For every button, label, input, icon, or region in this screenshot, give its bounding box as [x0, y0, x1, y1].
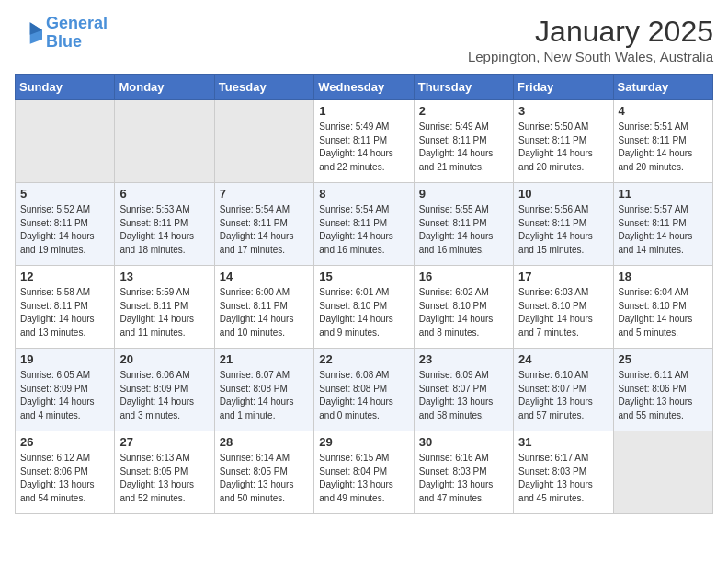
calendar-cell: 5Sunrise: 5:52 AM Sunset: 8:11 PM Daylig…: [16, 183, 115, 266]
calendar-cell: [613, 431, 712, 514]
day-number: 20: [119, 352, 209, 366]
day-info: Sunrise: 6:01 AM Sunset: 8:10 PM Dayligh…: [319, 286, 408, 339]
day-info: Sunrise: 5:54 AM Sunset: 8:11 PM Dayligh…: [220, 203, 309, 257]
calendar-cell: 14Sunrise: 6:00 AM Sunset: 8:11 PM Dayli…: [214, 266, 313, 349]
logo-icon: [15, 19, 42, 47]
day-info: Sunrise: 6:16 AM Sunset: 8:03 PM Dayligh…: [419, 452, 508, 505]
title-block: January 2025 Leppington, New South Wales…: [468, 15, 713, 64]
day-number: 25: [619, 352, 708, 366]
calendar-cell: 1Sunrise: 5:49 AM Sunset: 8:11 PM Daylig…: [314, 100, 414, 183]
day-number: 18: [619, 270, 708, 283]
day-info: Sunrise: 5:56 AM Sunset: 8:11 PM Dayligh…: [518, 203, 608, 257]
calendar-cell: 10Sunrise: 5:56 AM Sunset: 8:11 PM Dayli…: [514, 183, 613, 266]
calendar-cell: 9Sunrise: 5:55 AM Sunset: 8:11 PM Daylig…: [414, 183, 513, 266]
day-info: Sunrise: 6:08 AM Sunset: 8:08 PM Dayligh…: [319, 369, 408, 422]
day-number: 14: [220, 270, 309, 283]
weekday-header-sunday: Sunday: [16, 75, 115, 100]
day-info: Sunrise: 6:10 AM Sunset: 8:07 PM Dayligh…: [518, 369, 608, 422]
day-info: Sunrise: 6:14 AM Sunset: 8:05 PM Dayligh…: [220, 452, 309, 505]
logo: General Blue: [15, 15, 108, 52]
calendar-cell: 30Sunrise: 6:16 AM Sunset: 8:03 PM Dayli…: [414, 431, 513, 514]
day-info: Sunrise: 6:11 AM Sunset: 8:06 PM Dayligh…: [619, 369, 708, 422]
logo-text: General Blue: [46, 15, 108, 52]
calendar-cell: 25Sunrise: 6:11 AM Sunset: 8:06 PM Dayli…: [613, 349, 712, 431]
location: Leppington, New South Wales, Australia: [468, 49, 713, 64]
day-number: 2: [419, 104, 508, 118]
day-number: 24: [518, 352, 608, 366]
day-number: 30: [419, 435, 508, 449]
day-number: 10: [518, 187, 608, 201]
calendar-cell: 18Sunrise: 6:04 AM Sunset: 8:10 PM Dayli…: [613, 266, 712, 349]
day-number: 3: [518, 104, 608, 118]
calendar-cell: 6Sunrise: 5:53 AM Sunset: 8:11 PM Daylig…: [115, 183, 214, 266]
day-info: Sunrise: 5:57 AM Sunset: 8:11 PM Dayligh…: [619, 203, 708, 257]
day-number: 31: [518, 435, 608, 449]
day-info: Sunrise: 6:07 AM Sunset: 8:08 PM Dayligh…: [220, 369, 309, 422]
month-title: January 2025: [468, 15, 713, 49]
day-number: 16: [419, 270, 508, 283]
day-info: Sunrise: 5:49 AM Sunset: 8:11 PM Dayligh…: [419, 121, 508, 174]
calendar-cell: 27Sunrise: 6:13 AM Sunset: 8:05 PM Dayli…: [115, 431, 214, 514]
calendar-cell: 26Sunrise: 6:12 AM Sunset: 8:06 PM Dayli…: [16, 431, 115, 514]
day-info: Sunrise: 5:53 AM Sunset: 8:11 PM Dayligh…: [119, 203, 209, 257]
day-number: 7: [220, 187, 309, 201]
calendar-cell: 16Sunrise: 6:02 AM Sunset: 8:10 PM Dayli…: [414, 266, 513, 349]
week-row-4: 19Sunrise: 6:05 AM Sunset: 8:09 PM Dayli…: [16, 349, 713, 431]
calendar-cell: 17Sunrise: 6:03 AM Sunset: 8:10 PM Dayli…: [514, 266, 613, 349]
calendar-cell: 4Sunrise: 5:51 AM Sunset: 8:11 PM Daylig…: [613, 100, 712, 183]
day-info: Sunrise: 5:52 AM Sunset: 8:11 PM Dayligh…: [20, 203, 109, 257]
week-row-5: 26Sunrise: 6:12 AM Sunset: 8:06 PM Dayli…: [16, 431, 713, 514]
calendar-cell: 24Sunrise: 6:10 AM Sunset: 8:07 PM Dayli…: [514, 349, 613, 431]
day-number: 4: [619, 104, 708, 118]
day-number: 5: [20, 187, 109, 201]
weekday-header-monday: Monday: [115, 75, 214, 100]
day-info: Sunrise: 5:58 AM Sunset: 8:11 PM Dayligh…: [20, 286, 109, 339]
day-info: Sunrise: 6:13 AM Sunset: 8:05 PM Dayligh…: [119, 452, 209, 505]
day-number: 8: [319, 187, 408, 201]
calendar-cell: 13Sunrise: 5:59 AM Sunset: 8:11 PM Dayli…: [115, 266, 214, 349]
day-number: 11: [619, 187, 708, 201]
day-number: 19: [20, 352, 109, 366]
week-row-1: 1Sunrise: 5:49 AM Sunset: 8:11 PM Daylig…: [16, 100, 713, 183]
day-number: 9: [419, 187, 508, 201]
calendar-cell: 22Sunrise: 6:08 AM Sunset: 8:08 PM Dayli…: [314, 349, 414, 431]
day-info: Sunrise: 6:03 AM Sunset: 8:10 PM Dayligh…: [518, 286, 608, 339]
day-number: 12: [20, 270, 109, 283]
day-info: Sunrise: 5:55 AM Sunset: 8:11 PM Dayligh…: [419, 203, 508, 257]
weekday-header-row: SundayMondayTuesdayWednesdayThursdayFrid…: [16, 75, 713, 100]
day-info: Sunrise: 5:50 AM Sunset: 8:11 PM Dayligh…: [518, 121, 608, 174]
calendar-cell: 3Sunrise: 5:50 AM Sunset: 8:11 PM Daylig…: [514, 100, 613, 183]
day-info: Sunrise: 6:05 AM Sunset: 8:09 PM Dayligh…: [20, 369, 109, 422]
logo-line2: Blue: [46, 32, 82, 51]
page-header: General Blue January 2025 Leppington, Ne…: [15, 15, 713, 64]
day-number: 1: [319, 104, 408, 118]
weekday-header-tuesday: Tuesday: [214, 75, 313, 100]
day-number: 23: [419, 352, 508, 366]
calendar-cell: 20Sunrise: 6:06 AM Sunset: 8:09 PM Dayli…: [115, 349, 214, 431]
day-info: Sunrise: 5:54 AM Sunset: 8:11 PM Dayligh…: [319, 203, 408, 257]
day-info: Sunrise: 6:02 AM Sunset: 8:10 PM Dayligh…: [419, 286, 508, 339]
day-number: 26: [20, 435, 109, 449]
calendar-cell: 8Sunrise: 5:54 AM Sunset: 8:11 PM Daylig…: [314, 183, 414, 266]
week-row-2: 5Sunrise: 5:52 AM Sunset: 8:11 PM Daylig…: [16, 183, 713, 266]
day-number: 29: [319, 435, 408, 449]
day-info: Sunrise: 5:51 AM Sunset: 8:11 PM Dayligh…: [619, 121, 708, 174]
weekday-header-saturday: Saturday: [613, 75, 712, 100]
weekday-header-wednesday: Wednesday: [314, 75, 414, 100]
day-number: 17: [518, 270, 608, 283]
calendar-cell: 23Sunrise: 6:09 AM Sunset: 8:07 PM Dayli…: [414, 349, 513, 431]
calendar-cell: 12Sunrise: 5:58 AM Sunset: 8:11 PM Dayli…: [16, 266, 115, 349]
day-info: Sunrise: 6:04 AM Sunset: 8:10 PM Dayligh…: [619, 286, 708, 339]
calendar-cell: 21Sunrise: 6:07 AM Sunset: 8:08 PM Dayli…: [214, 349, 313, 431]
calendar-cell: 7Sunrise: 5:54 AM Sunset: 8:11 PM Daylig…: [214, 183, 313, 266]
calendar-table: SundayMondayTuesdayWednesdayThursdayFrid…: [15, 74, 713, 514]
day-info: Sunrise: 5:59 AM Sunset: 8:11 PM Dayligh…: [119, 286, 209, 339]
calendar-cell: 15Sunrise: 6:01 AM Sunset: 8:10 PM Dayli…: [314, 266, 414, 349]
day-number: 22: [319, 352, 408, 366]
day-number: 28: [220, 435, 309, 449]
day-number: 13: [119, 270, 209, 283]
weekday-header-friday: Friday: [514, 75, 613, 100]
calendar-cell: 29Sunrise: 6:15 AM Sunset: 8:04 PM Dayli…: [314, 431, 414, 514]
day-info: Sunrise: 6:15 AM Sunset: 8:04 PM Dayligh…: [319, 452, 408, 505]
day-number: 15: [319, 270, 408, 283]
